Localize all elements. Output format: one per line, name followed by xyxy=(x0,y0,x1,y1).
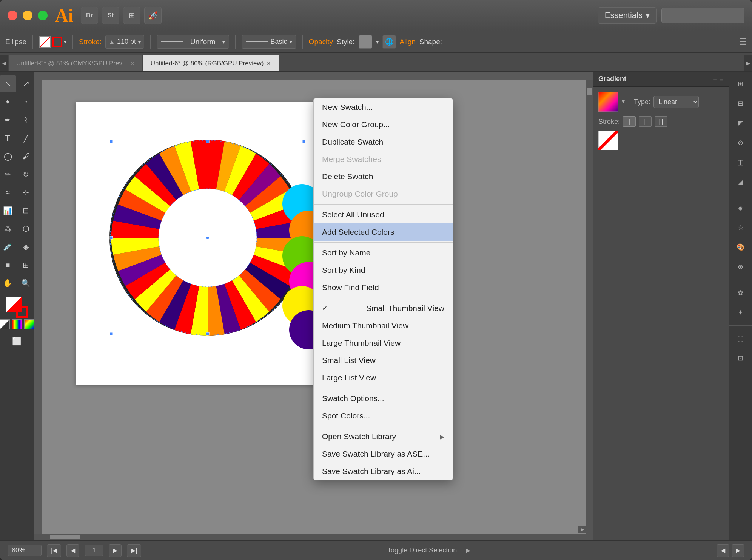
page-input[interactable] xyxy=(85,545,103,556)
stroke-up-icon[interactable]: ▲ xyxy=(109,38,115,45)
artboard-tool-btn[interactable]: ⬜ xyxy=(9,333,25,349)
panel-collapse-icon[interactable]: − xyxy=(713,76,717,83)
menu-item-sort-by-kind[interactable]: Sort by Kind xyxy=(314,262,453,279)
stroke-mode-1[interactable]: | xyxy=(623,116,636,127)
menu-item-small-thumbnail[interactable]: Small Thumbnail View xyxy=(314,300,453,317)
next-page-button[interactable]: ▶ xyxy=(109,544,122,557)
essentials-button[interactable]: Essentials ▾ xyxy=(598,7,657,24)
toolbar-options-button[interactable]: ☰ xyxy=(739,37,747,47)
transform-panel-btn[interactable]: ⊞ xyxy=(732,75,749,92)
type-tool-button[interactable]: T xyxy=(0,130,16,146)
panel-menu-icon[interactable]: ≡ xyxy=(720,76,723,83)
basic-style-btn[interactable]: Basic ▾ xyxy=(242,35,296,49)
pen-tool-button[interactable]: ✒ xyxy=(0,112,16,128)
ellipse-tool-button[interactable]: ◯ xyxy=(0,148,16,165)
color-icon[interactable] xyxy=(12,319,22,329)
symbols-panel-btn[interactable]: ✿ xyxy=(732,285,749,301)
slice-tool-button[interactable]: ⊟ xyxy=(18,202,34,219)
panel-toggle-right[interactable]: ▶ xyxy=(744,55,752,71)
last-page-button[interactable]: ▶| xyxy=(127,544,141,557)
stroke-panel-btn[interactable]: ⊘ xyxy=(732,134,749,151)
panel-toggle-left[interactable]: ◀ xyxy=(0,55,8,71)
fill-color-swatch[interactable] xyxy=(39,36,51,48)
stock-button[interactable]: St xyxy=(102,7,119,24)
hand-tool-button[interactable]: ✋ xyxy=(0,275,16,291)
menu-item-large-list[interactable]: Large List View xyxy=(314,369,453,386)
transparency-panel-btn[interactable]: ◪ xyxy=(732,174,749,190)
horizontal-scrollbar[interactable] xyxy=(42,534,586,540)
gradient-icon[interactable] xyxy=(24,319,34,329)
menu-item-small-list[interactable]: Small List View xyxy=(314,352,453,369)
menu-item-new-color-group[interactable]: New Color Group... xyxy=(314,116,453,133)
direct-selection-tool-button[interactable]: ↗ xyxy=(18,75,34,92)
mesh-tool-button[interactable]: ⊞ xyxy=(18,257,34,273)
style-swatch[interactable] xyxy=(359,35,372,49)
stroke-color-swatch[interactable] xyxy=(52,37,62,47)
gradient-type-select[interactable]: Linear Radial xyxy=(653,96,699,108)
menu-item-swatch-options[interactable]: Swatch Options... xyxy=(314,390,453,407)
menu-item-save-ase[interactable]: Save Swatch Library as ASE... xyxy=(314,445,453,463)
tab-untitled6[interactable]: Untitled-6* @ 80% (RGB/GPU Preview) ✕ xyxy=(143,55,279,71)
perspective-button[interactable]: ⬡ xyxy=(18,220,34,237)
scale-tool-button[interactable]: ⊹ xyxy=(18,184,34,201)
gradient-panel-btn[interactable]: ◫ xyxy=(732,154,749,171)
maximize-button[interactable] xyxy=(38,11,48,20)
workspace-button[interactable]: ⊞ xyxy=(123,7,140,24)
symbol-tool-button[interactable]: ⁂ xyxy=(0,220,16,237)
eyedropper-button[interactable]: 💉 xyxy=(0,238,16,255)
stroke-mode-2[interactable]: ‖ xyxy=(639,116,652,127)
pathfinder-panel-btn[interactable]: ◩ xyxy=(732,115,749,131)
lasso-button[interactable]: ⌖ xyxy=(18,94,34,110)
menu-item-duplicate-swatch[interactable]: Duplicate Swatch xyxy=(314,133,453,151)
chevron-down-icon[interactable]: ▾ xyxy=(64,39,66,45)
uniform-chevron-icon[interactable]: ▾ xyxy=(222,39,225,45)
align-panel-btn[interactable]: ⊟ xyxy=(732,95,749,112)
search-input[interactable] xyxy=(661,8,744,23)
first-page-button[interactable]: |◀ xyxy=(47,544,61,557)
menu-item-add-selected-colors[interactable]: Add Selected Colors xyxy=(314,223,453,241)
menu-item-medium-thumbnail[interactable]: Medium Thumbnail View xyxy=(314,317,453,334)
stroke-swatch[interactable] xyxy=(16,306,28,318)
menu-item-select-all-unused[interactable]: Select All Unused xyxy=(314,206,453,223)
publish-button[interactable]: 🚀 xyxy=(144,7,162,24)
rotate-tool-button[interactable]: ↻ xyxy=(18,166,34,183)
gradient-arrow-btn[interactable]: ▾ xyxy=(622,98,630,106)
scroll-right-button[interactable]: ▶ xyxy=(732,544,744,557)
menu-item-delete-swatch[interactable]: Delete Swatch xyxy=(314,168,453,185)
color-fill-stroke[interactable] xyxy=(6,297,28,318)
appearance-panel-btn[interactable]: ◈ xyxy=(732,200,749,216)
layers-panel-btn[interactable]: ⬚ xyxy=(732,330,749,347)
graph-tool-button[interactable]: 📊 xyxy=(0,202,16,219)
scroll-right-icon[interactable]: ▶ xyxy=(578,526,586,533)
menu-item-save-ai[interactable]: Save Swatch Library as Ai... xyxy=(314,463,453,480)
uniform-button[interactable]: Uniform xyxy=(186,35,220,49)
selection-tool-button[interactable]: ↖ xyxy=(0,75,16,92)
menu-item-large-thumbnail[interactable]: Large Thumbnail View xyxy=(314,334,453,352)
pencil-tool-button[interactable]: ✏ xyxy=(0,166,16,183)
prev-page-button[interactable]: ◀ xyxy=(66,544,79,557)
gradient-swatch-btn[interactable] xyxy=(598,92,618,112)
zoom-tool-button[interactable]: 🔍 xyxy=(18,275,34,291)
menu-item-open-swatch-library[interactable]: Open Swatch Library ▶ xyxy=(314,428,453,445)
line-tool-button[interactable]: ╱ xyxy=(18,130,34,146)
blend-button[interactable]: ◈ xyxy=(18,238,34,255)
vertical-scrollbar[interactable] xyxy=(586,80,593,540)
minimize-button[interactable] xyxy=(23,11,32,20)
magic-wand-button[interactable]: ✦ xyxy=(0,94,16,110)
bridge-button[interactable]: Br xyxy=(81,7,98,24)
brushes-panel-btn[interactable]: ✦ xyxy=(732,304,749,321)
close-button[interactable] xyxy=(8,11,17,20)
stroke-value-field[interactable]: ▲ 110 pt ▾ xyxy=(105,35,144,49)
basic-chevron-icon[interactable]: ▾ xyxy=(290,39,292,45)
none-icon[interactable] xyxy=(0,319,10,329)
menu-item-new-swatch[interactable]: New Swatch... xyxy=(314,98,453,116)
style-chevron-icon[interactable]: ▾ xyxy=(376,39,379,45)
color-guide-btn[interactable]: ⊕ xyxy=(732,258,749,275)
globe-button[interactable]: 🌐 xyxy=(382,35,396,49)
tab-close-icon-1[interactable]: ✕ xyxy=(130,60,135,66)
paintbrush-button[interactable]: 🖌 xyxy=(18,148,34,165)
graphic-styles-btn[interactable]: ☆ xyxy=(732,219,749,236)
stroke-mode-3[interactable]: ||| xyxy=(655,116,667,127)
curvature-button[interactable]: ⌇ xyxy=(18,112,34,128)
color-panel-btn[interactable]: 🎨 xyxy=(732,239,749,255)
